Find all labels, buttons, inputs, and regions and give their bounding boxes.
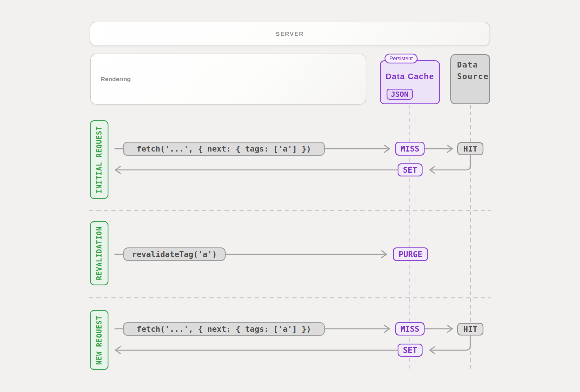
revalidation-label: REVALIDATION [95, 226, 103, 280]
persistent-tag: Persistent [385, 54, 418, 63]
source-hit-badge-new: HIT [457, 323, 483, 336]
revalidate-tag-pill: revalidateTag('a') [123, 247, 226, 261]
section-label-revalidation: REVALIDATION [90, 221, 108, 285]
data-cache-title: Data Cache [381, 72, 439, 81]
fetch-call-pill-new: fetch('...', { next: { tags: ['a'] }) [123, 322, 325, 336]
section-label-new-request: NEW REQUEST [90, 310, 108, 370]
cache-purge-badge: PURGE [393, 247, 428, 261]
section-label-initial-request: INITIAL REQUEST [90, 120, 108, 199]
data-source-line2: Source [457, 71, 489, 82]
data-source-box: Data Source [450, 54, 490, 104]
json-badge: JSON [387, 89, 413, 100]
rendering-container: Rendering [90, 54, 366, 105]
source-hit-badge-initial: HIT [457, 142, 483, 155]
data-cache-box: Data Cache JSON [380, 60, 440, 104]
server-label: SERVER [276, 31, 304, 37]
server-container: SERVER [90, 22, 490, 46]
initial-request-label: INITIAL REQUEST [95, 126, 103, 193]
cache-miss-badge-new: MISS [395, 322, 425, 336]
data-source-line1: Data [457, 59, 489, 71]
fetch-call-pill-initial: fetch('...', { next: { tags: ['a'] }) [123, 142, 325, 156]
cache-miss-badge-initial: MISS [395, 142, 425, 156]
new-request-label: NEW REQUEST [95, 316, 103, 365]
cache-set-badge-new: SET [398, 344, 423, 357]
caching-diagram: SERVER Rendering Data Cache JSON Persist… [0, 0, 580, 392]
cache-set-badge-initial: SET [398, 163, 423, 176]
rendering-label: Rendering [91, 76, 131, 83]
